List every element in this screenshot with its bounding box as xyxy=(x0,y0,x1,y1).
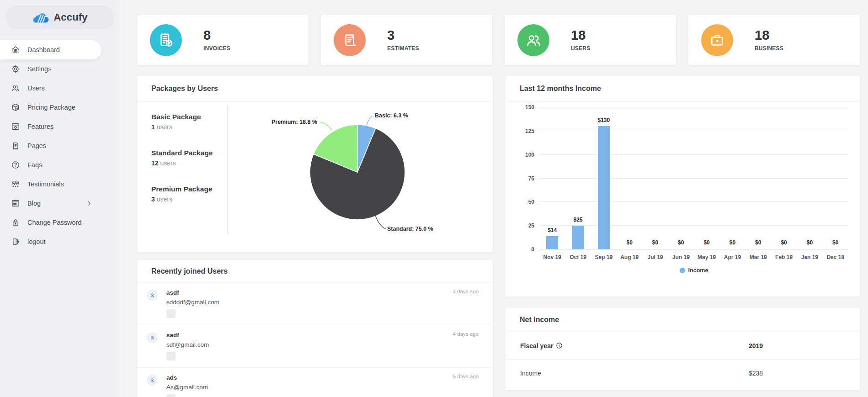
bar[interactable] xyxy=(598,126,610,249)
app-logo[interactable]: Accufy xyxy=(5,5,114,29)
y-axis-tick: 25 xyxy=(528,222,534,229)
x-axis-label: Jul 19 xyxy=(642,254,668,260)
recent-users-card: Recently joined Users asdfsddddf@gmail.c… xyxy=(137,260,493,397)
briefcase-icon xyxy=(701,24,733,56)
sidebar-item-users[interactable]: Users xyxy=(0,79,120,98)
x-axis-label: Apr 19 xyxy=(719,254,745,260)
user-row-ads[interactable]: adsAs@gmail.com5 days ago xyxy=(137,368,493,397)
legend-label: Income xyxy=(688,267,708,274)
recent-users-title: Recently joined Users xyxy=(137,260,493,283)
user-joined-time: 5 days ago xyxy=(453,374,479,379)
user-thumbnail-placeholder xyxy=(166,394,176,397)
stat-label: BUSINESS xyxy=(755,45,783,52)
sidebar-item-label: Pages xyxy=(27,142,46,149)
bar-value-label: $130 xyxy=(597,117,610,123)
pie-connector xyxy=(320,122,332,131)
x-axis-label: Feb 19 xyxy=(771,254,797,260)
net-income-label-text: Fiscal year xyxy=(520,342,553,349)
pie-connector xyxy=(367,116,373,126)
bar-slot-sep-19: $130 xyxy=(591,107,617,249)
sidebar-item-label: Features xyxy=(27,123,53,130)
x-axis-label: Jan 19 xyxy=(797,254,822,260)
legend-dot-icon xyxy=(680,268,685,273)
sidebar-item-dashboard[interactable]: Dashboard xyxy=(0,40,101,59)
net-income-label-text: Income xyxy=(520,370,541,377)
sidebar-item-testimonials[interactable]: Testimonials xyxy=(0,175,120,194)
stat-text: 18USERS xyxy=(571,29,590,52)
user-name: sadf xyxy=(166,332,179,339)
user-name: asdf xyxy=(166,289,179,296)
net-income-value: $238 xyxy=(749,370,763,377)
bar[interactable] xyxy=(546,236,558,249)
x-axis-label: Jun 19 xyxy=(668,254,694,260)
sidebar-item-label: Change Password xyxy=(27,219,82,226)
stat-value: 3 xyxy=(387,29,419,42)
chart-legend[interactable]: Income xyxy=(539,267,848,274)
stat-label: INVOICES xyxy=(203,45,230,52)
bar[interactable] xyxy=(572,226,584,249)
pages-icon xyxy=(11,141,20,150)
bar-slot-may-19: $0 xyxy=(694,107,719,249)
sidebar-item-faqs[interactable]: Faqs xyxy=(0,155,120,175)
sidebar-item-label: Users xyxy=(27,85,45,92)
pie-connector xyxy=(375,216,386,229)
x-axis-labels: Nov 19Oct 19Sep 19Aug 19Jul 19Jun 19May … xyxy=(539,254,848,260)
user-name: ads xyxy=(166,374,177,381)
stat-value: 8 xyxy=(203,29,230,42)
user-email: sdf@gmail.com xyxy=(166,341,209,348)
user-row-sadf[interactable]: sadfsdf@gmail.com4 days ago xyxy=(137,325,493,368)
bar-slot-jun-19: $0 xyxy=(668,107,694,249)
user-joined-time: 4 days ago xyxy=(453,289,479,294)
x-axis-label: May 19 xyxy=(694,254,719,260)
logout-icon xyxy=(11,237,20,246)
sidebar-item-logout[interactable]: logout xyxy=(0,232,120,251)
stat-card-estimates[interactable]: 3ESTIMATES xyxy=(321,15,492,65)
y-axis-tick: 75 xyxy=(528,175,534,182)
x-axis-label: Mar 19 xyxy=(746,254,771,260)
user-thumbnail-placeholder xyxy=(166,352,176,360)
gear-icon xyxy=(11,64,20,74)
packages-pie-chart[interactable]: Basic: 6.3 %Standard: 75.0 %Premium: 18.… xyxy=(137,102,493,252)
packages-card-body: Basic Package1 usersStandard Package12 u… xyxy=(137,102,493,252)
income-chart-card: Last 12 months Income 0255075100125150$1… xyxy=(506,76,860,296)
sidebar-item-label: Faqs xyxy=(27,161,42,169)
app-name: Accufy xyxy=(53,11,88,23)
user-avatar xyxy=(147,332,158,343)
sidebar-item-pricing-package[interactable]: Pricing Package xyxy=(0,98,120,117)
blog-icon xyxy=(11,199,20,208)
stat-card-users[interactable]: 18USERS xyxy=(505,15,676,65)
lock-icon xyxy=(11,218,20,227)
info-icon[interactable] xyxy=(556,342,563,349)
income-card-title: Last 12 months Income xyxy=(506,76,860,102)
sidebar-nav: DashboardSettingsUsersPricing PackageFea… xyxy=(0,40,120,251)
sidebar-item-label: Pricing Package xyxy=(27,104,75,111)
package-icon xyxy=(11,103,20,112)
testimonials-icon xyxy=(11,180,20,189)
stats-row: 8INVOICES3ESTIMATES18USERS18BUSINESS xyxy=(137,15,860,65)
user-email: sddddf@gmail.com xyxy=(166,299,219,306)
bar-value-label: $0 xyxy=(678,239,684,246)
invoice-icon xyxy=(150,24,182,56)
sidebar-item-settings[interactable]: Settings xyxy=(0,59,120,79)
bar-value-label: $0 xyxy=(781,239,787,246)
stat-label: ESTIMATES xyxy=(387,45,419,52)
dashboard-page: Accufy DashboardSettingsUsersPricing Pac… xyxy=(0,0,868,397)
sidebar-item-label: Testimonials xyxy=(27,180,64,188)
sidebar: Accufy DashboardSettingsUsersPricing Pac… xyxy=(0,0,120,397)
stat-text: 18BUSINESS xyxy=(755,29,783,52)
y-axis-tick: 150 xyxy=(525,104,534,111)
y-axis-tick: 100 xyxy=(525,152,534,158)
bar-series: $14$25$130$0$0$0$0$0$0$0$0$0 xyxy=(539,107,848,249)
sidebar-item-features[interactable]: Features xyxy=(0,117,120,136)
sidebar-item-blog[interactable]: Blog xyxy=(0,194,120,213)
chevron-right-icon[interactable] xyxy=(86,200,92,206)
sidebar-item-label: Blog xyxy=(27,200,41,207)
bar-value-label: $14 xyxy=(548,227,557,233)
stat-card-invoices[interactable]: 8INVOICES xyxy=(137,15,309,65)
bar-slot-nov-19: $14 xyxy=(539,107,565,249)
stat-card-business[interactable]: 18BUSINESS xyxy=(688,15,860,65)
sidebar-item-change-password[interactable]: Change Password xyxy=(0,213,120,232)
stat-text: 3ESTIMATES xyxy=(387,29,419,52)
user-row-asdf[interactable]: asdfsddddf@gmail.com4 days ago xyxy=(137,283,493,325)
sidebar-item-pages[interactable]: Pages xyxy=(0,136,120,155)
